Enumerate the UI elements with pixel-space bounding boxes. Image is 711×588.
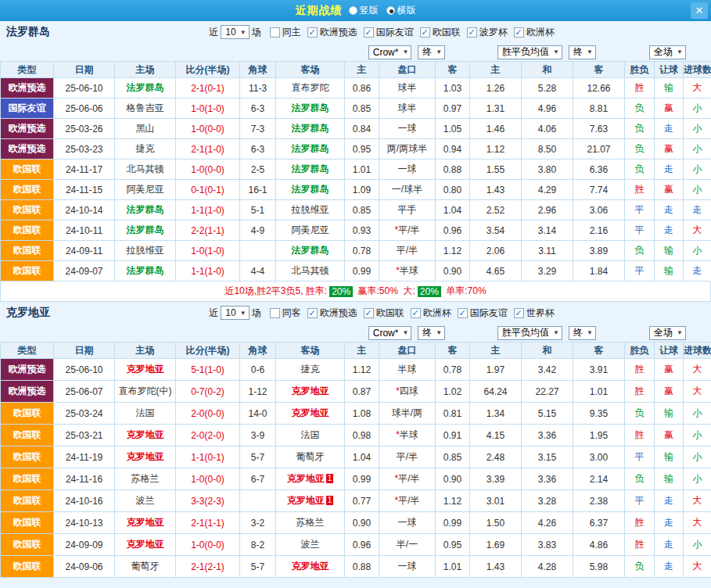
competition-checkbox[interactable]: ✓ 欧洲预选: [307, 26, 357, 39]
asian-away-odds: 0.90: [436, 261, 470, 281]
close-icon[interactable]: ✕: [691, 2, 708, 19]
radio-icon[interactable]: [349, 6, 357, 15]
match-type: 欧国联: [1, 160, 54, 180]
odds-stage-select[interactable]: 终▼: [418, 326, 445, 340]
home-team: 克罗地亚: [115, 425, 176, 446]
competition-checkbox[interactable]: ✓ 国际友谊: [458, 307, 508, 320]
away-team: 法罗群岛: [276, 180, 345, 200]
euro-home-odds: 1.55: [470, 160, 522, 180]
bookmaker-select[interactable]: Crow*▼: [368, 326, 412, 340]
result-wdl: 负: [625, 241, 655, 261]
competition-checkbox[interactable]: ✓ 欧洲预选: [307, 307, 357, 320]
home-team: 葡萄牙: [115, 556, 176, 578]
result-goals: 小: [684, 139, 711, 160]
euro-away-odds: 6.36: [573, 160, 625, 180]
layout-radio-option[interactable]: 竖版: [349, 4, 379, 17]
layout-radio-group: 竖版 横版: [349, 4, 416, 17]
match-type: 欧国联: [1, 512, 54, 534]
dropdown-arrow-icon: ▼: [553, 329, 559, 336]
asian-away-odds: 0.85: [436, 446, 470, 468]
asian-handicap: 一球: [379, 160, 436, 180]
scope-select[interactable]: 全场▼: [649, 45, 686, 59]
asian-away-odds: 0.99: [436, 512, 470, 534]
scope-select[interactable]: 全场▼: [649, 326, 686, 340]
check-icon: ✓: [365, 28, 372, 37]
result-wdl: 平: [625, 261, 655, 281]
bookmaker-select[interactable]: Crow*▼: [368, 45, 412, 59]
checkbox-icon: ✓: [307, 27, 318, 38]
score: 3-3(2-3): [176, 490, 240, 512]
col-header: 和: [522, 62, 573, 78]
near-count-select[interactable]: 10 ▼: [221, 306, 249, 320]
result-wdl: 负: [625, 403, 655, 425]
result-wdl: 胜: [625, 534, 655, 556]
euro-home-odds: 1.46: [470, 119, 522, 139]
dropdown-arrow-icon: ▼: [677, 48, 683, 56]
home-team: 克罗地亚: [115, 512, 176, 534]
near-count-select[interactable]: 10 ▼: [221, 25, 249, 39]
checkbox-icon: ✓: [458, 308, 468, 318]
red-card-badge: 1: [326, 474, 334, 483]
match-row: 欧国联 24-09-07 法罗群岛 1-1(1-0) 4-4 北马其顿 0.99…: [1, 261, 711, 281]
match-row: 欧洲预选 25-06-10 法罗群岛 2-1(0-1) 11-3 直布罗陀 0.…: [1, 78, 711, 99]
asian-away-odds: 0.80: [436, 180, 470, 200]
euro-away-odds: 2.14: [573, 468, 625, 490]
match-date: 25-03-21: [54, 425, 115, 446]
dropdown-arrow-icon: ▼: [677, 329, 683, 336]
match-date: 24-10-16: [54, 490, 115, 512]
match-row: 欧洲预选 25-03-23 捷克 2-1(1-0) 6-3 法罗群岛 0.95 …: [1, 139, 711, 160]
asian-home-odds: 0.78: [345, 241, 379, 261]
away-team: 苏格兰: [276, 512, 345, 534]
euro-home-odds: 4.15: [470, 425, 522, 446]
competition-checkbox[interactable]: ✓ 欧国联: [364, 307, 404, 320]
col-header: 主: [345, 62, 379, 78]
score: 1-0(0-0): [176, 468, 240, 490]
check-icon: ✓: [412, 309, 419, 317]
euro-home-odds: 1.12: [470, 139, 522, 160]
match-type: 欧国联: [1, 403, 54, 425]
euro-away-odds: 5.98: [573, 556, 625, 578]
euro-stage-select[interactable]: 终▼: [569, 326, 596, 340]
result-goals: 小: [684, 403, 711, 425]
recent-matches-table: 类型日期主场比分(半场)角球客场主盘口客主和客胜负让球进球数 欧洲预选 25-0…: [0, 61, 711, 281]
asian-home-odds: 0.99: [345, 261, 379, 281]
section-header: 法罗群岛 近 10 ▼ 场 ✓ 同主 ✓ 欧洲预选: [0, 21, 711, 43]
col-header: 日期: [54, 62, 115, 78]
competition-checkbox[interactable]: ✓ 世界杯: [514, 307, 555, 320]
dropdown-arrow-icon: ▼: [587, 48, 593, 56]
euro-odds-select[interactable]: 胜平负均值▼: [497, 45, 562, 59]
col-header: 和: [522, 342, 573, 359]
match-row: 欧国联 24-09-06 葡萄牙 2-1(2-1) 5-7 克罗地亚 0.88 …: [1, 556, 711, 578]
layout-radio-option[interactable]: 横版: [386, 4, 416, 17]
corners: 6-7: [240, 468, 276, 490]
score: 2-1(0-1): [176, 78, 240, 99]
asian-handicap: 半/一: [379, 534, 436, 556]
result-wdl: 负: [625, 160, 655, 180]
col-header: 比分(半场): [176, 62, 240, 78]
competition-checkbox[interactable]: ✓ 欧国联: [420, 26, 461, 39]
result-goals: 大: [684, 381, 711, 403]
competition-checkbox[interactable]: ✓ 国际友谊: [364, 26, 414, 39]
corners: 5-7: [240, 556, 276, 578]
competition-checkbox[interactable]: ✓ 波罗杯: [467, 26, 508, 39]
competition-checkbox[interactable]: ✓ 欧洲杯: [514, 26, 555, 39]
result-wdl: 负: [625, 99, 655, 119]
same-venue-checkbox[interactable]: ✓ 同客: [270, 307, 301, 320]
asian-home-odds: 0.84: [345, 119, 379, 139]
competition-checkbox[interactable]: ✓ 欧洲杯: [411, 307, 451, 320]
match-date: 25-06-06: [54, 99, 115, 119]
euro-stage-select[interactable]: 终▼: [569, 45, 596, 59]
result-wdl: 负: [625, 139, 655, 160]
col-header: 类型: [1, 62, 54, 78]
result-goals: 小: [684, 160, 711, 180]
away-team: 克罗地亚: [276, 381, 345, 403]
euro-draw-odds: 3.80: [522, 160, 573, 180]
asian-handicap: 一球: [379, 512, 436, 534]
euro-odds-select[interactable]: 胜平负均值▼: [497, 326, 562, 340]
asian-home-odds: 0.87: [345, 381, 379, 403]
odds-stage-select[interactable]: 终▼: [418, 45, 445, 59]
same-venue-checkbox[interactable]: ✓ 同主: [270, 26, 301, 39]
checkbox-icon: ✓: [307, 308, 318, 318]
match-type: 欧国联: [1, 556, 54, 578]
radio-icon[interactable]: [386, 6, 395, 15]
